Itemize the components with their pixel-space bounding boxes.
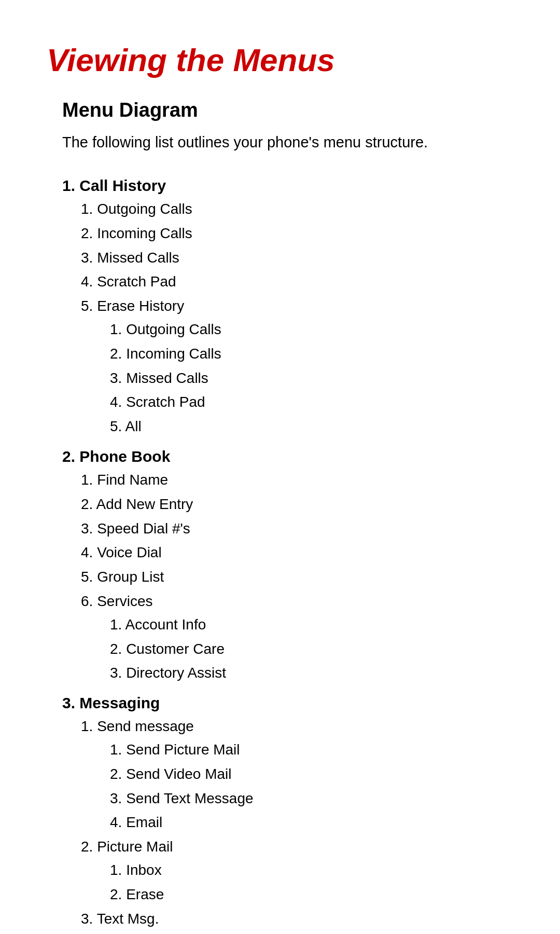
list-item: 2. Picture Mail1. Inbox2. Erase [81,835,513,906]
list-item: 1. Outgoing Calls [81,198,513,221]
menu-level3-list: 1. Outgoing Calls2. Incoming Calls3. Mis… [110,318,513,438]
list-item: 3. Missed Calls [81,246,513,270]
list-item: 3. Speed Dial #'s [81,517,513,541]
list-item: 1. Send message1. Send Picture Mail2. Se… [81,715,513,834]
list-item: 5. All [110,415,513,438]
page-container: Viewing the Menus Menu Diagram The follo… [0,0,560,934]
menu-level3-list: 1. Account Info2. Customer Care3. Direct… [110,613,513,685]
list-item: 6. Services1. Account Info2. Customer Ca… [81,590,513,685]
list-item: 1. Account Info [110,613,513,637]
list-item: 5. Erase History1. Outgoing Calls2. Inco… [81,295,513,438]
menu-level3-list: 1. Inbox2. Erase [110,859,513,906]
menu-section: 3. Messaging1. Send message1. Send Pictu… [62,694,513,934]
list-item: 5. Group List [81,566,513,589]
list-item: 1. Inbox [110,930,513,934]
menu-level3-list: 1. Send Picture Mail2. Send Video Mail3.… [110,738,513,834]
list-item: 2. Incoming Calls [110,342,513,366]
menu-level2-list: 1. Find Name2. Add New Entry3. Speed Dia… [81,469,513,685]
list-item: 2. Customer Care [110,638,513,661]
list-item: 3. Send Text Message [110,787,513,811]
menu-level2-list: 1. Send message1. Send Picture Mail2. Se… [81,715,513,934]
menu-section-header: 2. Phone Book [62,448,513,465]
menu-section: 1. Call History1. Outgoing Calls2. Incom… [62,177,513,438]
list-item: 4. Scratch Pad [81,270,513,294]
menu-section: 2. Phone Book1. Find Name2. Add New Entr… [62,448,513,685]
list-item: 1. Inbox [110,859,513,882]
list-item: 3. Directory Assist [110,662,513,685]
list-item: 4. Scratch Pad [110,391,513,414]
menu-level3-list: 1. Inbox2. Outbox3. Send message4. Erase [110,930,513,934]
menu-content: 1. Call History1. Outgoing Calls2. Incom… [62,177,513,934]
list-item: 1. Find Name [81,469,513,492]
list-item: 2. Erase [110,883,513,906]
menu-section-header: 3. Messaging [62,694,513,712]
list-item: 2. Send Video Mail [110,763,513,786]
list-item: 4. Email [110,811,513,834]
list-item: 1. Send Picture Mail [110,738,513,762]
list-item: 2. Add New Entry [81,493,513,516]
list-item: 4. Voice Dial [81,541,513,565]
list-item: 2. Incoming Calls [81,222,513,245]
list-item: 1. Outgoing Calls [110,318,513,341]
section-title: Menu Diagram [62,99,513,121]
intro-text: The following list outlines your phone's… [62,134,513,151]
list-item: 3. Missed Calls [110,367,513,390]
list-item: 3. Text Msg.1. Inbox2. Outbox3. Send mes… [81,908,513,934]
menu-level2-list: 1. Outgoing Calls2. Incoming Calls3. Mis… [81,198,513,438]
page-title: Viewing the Menus [47,42,513,78]
menu-section-header: 1. Call History [62,177,513,195]
